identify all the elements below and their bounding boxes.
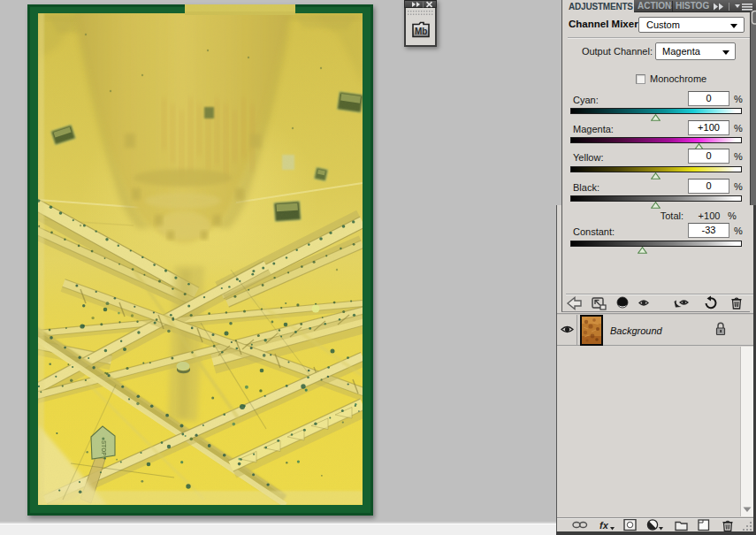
svg-text:Mb: Mb (415, 27, 427, 36)
svg-text:fx: fx (599, 520, 609, 531)
